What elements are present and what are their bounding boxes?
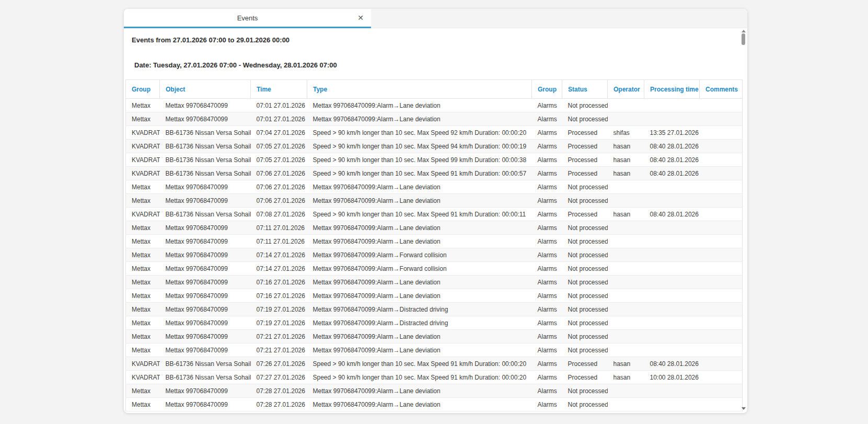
- table-row[interactable]: KVADRATBB-61736 Nissan Versa Sohail07:05…: [126, 153, 743, 167]
- table-cell: [700, 221, 743, 235]
- table-row[interactable]: MettaxMettax 99706847009907:01 27.01.202…: [126, 99, 743, 112]
- tab-events[interactable]: Events ✕: [124, 9, 371, 28]
- table-cell: 07:27 27.01.2026: [251, 371, 307, 384]
- column-header-processing-time-7[interactable]: Processing time: [644, 80, 700, 99]
- table-cell: [644, 316, 700, 330]
- column-header-status-5[interactable]: Status: [562, 80, 608, 99]
- table-cell: [700, 276, 743, 289]
- table-cell: Mettax: [126, 316, 160, 330]
- column-header-object-1[interactable]: Object: [160, 80, 251, 99]
- table-row[interactable]: MettaxMettax 99706847009907:06 27.01.202…: [126, 180, 743, 194]
- table-cell: [700, 208, 743, 221]
- table-row[interactable]: KVADRATBB-61736 Nissan Versa Sohail07:26…: [126, 357, 743, 371]
- table-cell: 07:16 27.01.2026: [251, 289, 307, 303]
- table-cell: Mettax: [126, 248, 160, 262]
- table-cell: Speed > 90 km/h longer than 10 sec. Max …: [307, 371, 532, 384]
- table-row[interactable]: MettaxMettax 99706847009907:11 27.01.202…: [126, 235, 743, 248]
- table-cell: 07:14 27.01.2026: [251, 248, 307, 262]
- table-cell: Mettax 997068470099: [160, 316, 251, 330]
- table-cell: Mettax 997068470099:Alarm→Lane deviation: [307, 398, 532, 411]
- table-row[interactable]: MettaxMettax 99706847009907:28 27.01.202…: [126, 384, 743, 398]
- table-cell: [608, 180, 644, 194]
- table-cell: Not processed: [562, 343, 608, 357]
- table-cell: Not processed: [562, 262, 608, 276]
- close-icon[interactable]: ✕: [357, 14, 364, 21]
- table-cell: [644, 398, 700, 411]
- table-cell: Alarms: [532, 398, 562, 411]
- scrollbar-thumb[interactable]: [742, 33, 745, 45]
- table-cell: [700, 99, 743, 112]
- table-cell: Mettax 997068470099:Alarm→Lane deviation: [307, 330, 532, 343]
- column-header-comments-8[interactable]: Comments: [700, 80, 743, 99]
- table-row[interactable]: MettaxMettax 99706847009907:16 27.01.202…: [126, 276, 743, 289]
- table-cell: Alarms: [532, 316, 562, 330]
- table-row[interactable]: KVADRATBB-61736 Nissan Versa Sohail07:04…: [126, 126, 743, 140]
- table-row[interactable]: MettaxMettax 99706847009907:14 27.01.202…: [126, 262, 743, 276]
- table-cell: [700, 262, 743, 276]
- table-cell: Mettax 997068470099:Alarm→Distracted dri…: [307, 303, 532, 316]
- table-cell: Mettax 997068470099: [160, 194, 251, 208]
- table-cell: [608, 343, 644, 357]
- table-cell: [608, 330, 644, 343]
- table-row[interactable]: MettaxMettax 99706847009907:19 27.01.202…: [126, 303, 743, 316]
- table-row[interactable]: MettaxMettax 99706847009907:16 27.01.202…: [126, 289, 743, 303]
- table-row[interactable]: MettaxMettax 99706847009907:14 27.01.202…: [126, 248, 743, 262]
- table-row[interactable]: MettaxMettax 99706847009907:21 27.01.202…: [126, 330, 743, 343]
- vertical-scrollbar[interactable]: [741, 30, 746, 410]
- column-header-type-3[interactable]: Type: [307, 80, 532, 99]
- table-cell: Mettax 997068470099: [160, 99, 251, 112]
- table-row[interactable]: KVADRATBB-61736 Nissan Versa Sohail07:27…: [126, 371, 743, 384]
- table-cell: [644, 221, 700, 235]
- table-cell: Alarms: [532, 140, 562, 153]
- table-cell: 07:11 27.01.2026: [251, 221, 307, 235]
- table-cell: [700, 153, 743, 167]
- table-cell: 07:16 27.01.2026: [251, 276, 307, 289]
- table-cell: Speed > 90 km/h longer than 10 sec. Max …: [307, 208, 532, 221]
- table-cell: [644, 248, 700, 262]
- table-cell: Processed: [562, 208, 608, 221]
- table-cell: Mettax: [126, 276, 160, 289]
- table-cell: Alarms: [532, 126, 562, 140]
- scroll-down-arrow-icon[interactable]: [742, 407, 746, 410]
- table-cell: [700, 384, 743, 398]
- table-cell: BB-61736 Nissan Versa Sohail: [160, 357, 251, 371]
- table-cell: Alarms: [532, 194, 562, 208]
- column-header-group-4[interactable]: Group: [532, 80, 562, 99]
- report-title: Events from 27.01.2026 07:00 to 29.01.20…: [132, 36, 747, 44]
- table-cell: Mettax: [126, 303, 160, 316]
- table-cell: Mettax: [126, 330, 160, 343]
- table-cell: 13:35 27.01.2026: [644, 126, 700, 140]
- table-cell: 07:06 27.01.2026: [251, 167, 307, 180]
- table-cell: [608, 398, 644, 411]
- table-cell: Mettax 997068470099: [160, 235, 251, 248]
- table-cell: [700, 194, 743, 208]
- table-cell: 07:21 27.01.2026: [251, 330, 307, 343]
- column-header-operator-6[interactable]: Operator: [608, 80, 644, 99]
- table-row[interactable]: KVADRATBB-61736 Nissan Versa Sohail07:05…: [126, 140, 743, 153]
- table-cell: [700, 140, 743, 153]
- table-row[interactable]: MettaxMettax 99706847009907:28 27.01.202…: [126, 398, 743, 411]
- column-header-time-2[interactable]: Time: [251, 80, 307, 99]
- column-header-group-0[interactable]: Group: [126, 80, 160, 99]
- table-cell: Mettax 997068470099: [160, 303, 251, 316]
- table-cell: [644, 99, 700, 112]
- table-row[interactable]: MettaxMettax 99706847009907:11 27.01.202…: [126, 221, 743, 235]
- table-cell: 07:06 27.01.2026: [251, 180, 307, 194]
- table-row[interactable]: MettaxMettax 99706847009907:19 27.01.202…: [126, 316, 743, 330]
- table-row[interactable]: KVADRATBB-61736 Nissan Versa Sohail07:08…: [126, 208, 743, 221]
- table-cell: Processed: [562, 140, 608, 153]
- table-cell: Processed: [562, 126, 608, 140]
- table-cell: [608, 262, 644, 276]
- scroll-up-arrow-icon[interactable]: [742, 30, 746, 32]
- table-row[interactable]: MettaxMettax 99706847009907:21 27.01.202…: [126, 343, 743, 357]
- table-row[interactable]: MettaxMettax 99706847009907:06 27.01.202…: [126, 194, 743, 208]
- table-cell: [700, 343, 743, 357]
- table-cell: 07:14 27.01.2026: [251, 262, 307, 276]
- table-cell: Alarms: [532, 357, 562, 371]
- table-cell: [700, 371, 743, 384]
- table-row[interactable]: MettaxMettax 99706847009907:01 27.01.202…: [126, 112, 743, 126]
- table-cell: 07:01 27.01.2026: [251, 99, 307, 112]
- table-row[interactable]: KVADRATBB-61736 Nissan Versa Sohail07:06…: [126, 167, 743, 180]
- table-cell: [608, 303, 644, 316]
- table-cell: 07:21 27.01.2026: [251, 343, 307, 357]
